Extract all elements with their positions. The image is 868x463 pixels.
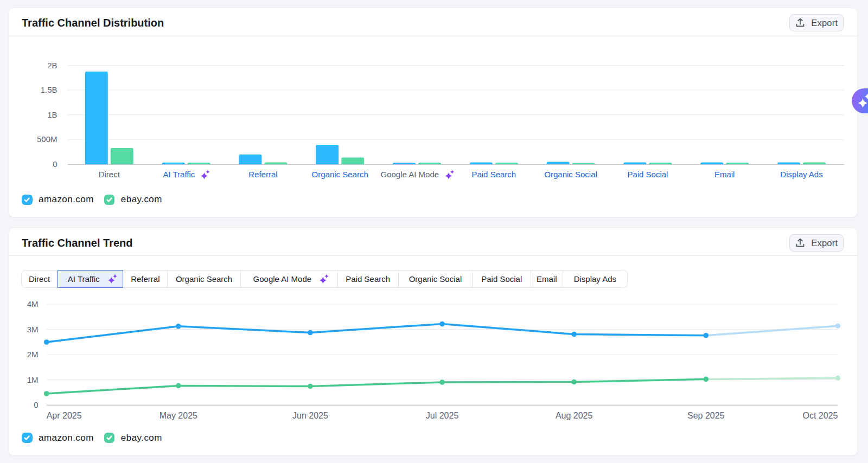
svg-text:Paid Search: Paid Search <box>471 170 516 179</box>
svg-text:Paid Social: Paid Social <box>627 170 668 179</box>
svg-text:Display Ads: Display Ads <box>780 170 822 179</box>
svg-text:Aug 2025: Aug 2025 <box>556 411 593 420</box>
svg-text:2M: 2M <box>27 350 39 359</box>
svg-text:Jun 2025: Jun 2025 <box>292 411 328 420</box>
svg-text:Email: Email <box>714 170 735 179</box>
svg-text:500M: 500M <box>37 134 58 144</box>
svg-text:2B: 2B <box>47 61 57 70</box>
svg-text:May 2025: May 2025 <box>159 411 197 420</box>
svg-text:Google AI Mode: Google AI Mode <box>381 170 439 179</box>
svg-text:Sep 2025: Sep 2025 <box>687 411 725 420</box>
svg-text:Jul 2025: Jul 2025 <box>426 411 459 420</box>
svg-text:1.5B: 1.5B <box>41 85 58 94</box>
svg-text:1M: 1M <box>27 375 39 384</box>
svg-text:0: 0 <box>34 400 38 409</box>
svg-text:1B: 1B <box>47 110 57 119</box>
svg-text:Apr 2025: Apr 2025 <box>47 411 82 420</box>
svg-text:4M: 4M <box>27 299 39 308</box>
svg-text:Referral: Referral <box>248 170 277 179</box>
svg-text:3M: 3M <box>27 325 39 334</box>
svg-text:Direct: Direct <box>99 170 120 179</box>
svg-text:Organic Social: Organic Social <box>544 170 597 179</box>
svg-text:Organic Search: Organic Search <box>312 170 368 179</box>
svg-text:AI Traffic: AI Traffic <box>163 170 195 179</box>
svg-text:Oct 2025: Oct 2025 <box>802 411 838 420</box>
svg-text:0: 0 <box>53 159 57 169</box>
